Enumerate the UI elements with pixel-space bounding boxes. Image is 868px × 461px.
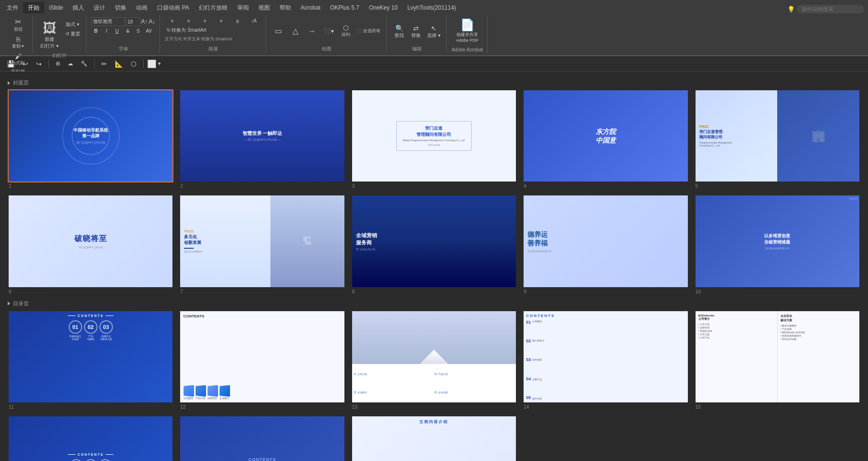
slide-thumb-5[interactable]: PMZD 旁门左道管理顾问有限公司 Pangmenzuodao Manageme… [695,89,860,182]
slide-item-12[interactable]: CONTENTS 公司概况 产品介绍 [179,310,345,410]
tab-pa[interactable]: 口袋动画 PA [152,2,194,13]
slide-thumb-6[interactable]: 破晓将至 旁门左道PPT公司介绍 [8,194,173,288]
copy-button[interactable]: ⎘ 复制 ▾ [10,35,26,50]
tab-transition[interactable]: 切换 [110,2,131,13]
slide-thumb-8[interactable]: 全域营销服务商 旁门左道公司介绍 [351,194,517,288]
smartart-button[interactable]: ↻ 转换为 SmartArt [165,26,208,35]
tab-animation[interactable]: 动画 [131,2,152,13]
select-all-button[interactable]: ⬛ 全选所有 [355,27,383,35]
slide-thumb-13[interactable]: ⊙ 公司介绍 ⊙ 产品介绍 ⊙ 企业能力 ⊙ 企业业绩 [351,310,517,403]
cut-button[interactable]: ✂ 剪切 [10,16,26,34]
replace-button[interactable]: ⇄ 替换 [408,24,424,40]
slide-item-18[interactable]: 文档内容介绍 18 [351,415,517,461]
new-slide-button[interactable]: 🖼 新建 幻灯片 ▾ [37,18,61,51]
tab-acrobat[interactable]: Acrobat [296,2,325,13]
font-family-input[interactable] [91,17,125,26]
align-right-button[interactable]: ≡ [197,17,213,24]
slide-item-7[interactable]: PMZD 多元化创新发展 DEVELOPMENT 🏗 7 [179,194,345,294]
shape-arrow[interactable]: → [305,26,320,36]
shadow-button[interactable]: S [134,27,143,35]
slide-thumb-11[interactable]: CONTENTS 01 学校的成立与发展 02 产品与服务 [8,310,173,403]
justify-button[interactable]: ≡ [214,17,229,24]
align-left-button[interactable]: ≡ [165,17,180,24]
tab-view[interactable]: 视图 [254,2,275,13]
select-button[interactable]: ↖ 选择 ▾ [425,24,442,40]
column-button[interactable]: ⫼ [230,17,245,24]
slide-thumb-3[interactable]: 旁门左道管理顾问有限公司 Beijing Pangmenzuodao Manag… [351,89,517,182]
slide-item-15[interactable]: BitDefender公司简介 • 公司介绍 • 品牌管理 • 营销及业绩 • … [695,310,860,410]
tab-insert[interactable]: 插入 [68,2,89,13]
slide-number-8: 8 [351,289,517,294]
slide-thumb-7[interactable]: PMZD 多元化创新发展 DEVELOPMENT 🏗 [179,194,345,288]
slide-number-12: 12 [179,404,345,410]
search-input[interactable] [797,5,864,13]
slide-item-16[interactable]: CONTENTS 01 02 03 16 [8,415,173,461]
italic-button[interactable]: I [102,27,111,35]
slide-item-17[interactable]: CONTENTS 17 [179,415,345,461]
font-size-input[interactable] [126,17,140,26]
layout-button[interactable]: 版式 ▾ [63,20,82,29]
redo-button[interactable]: ↪ [33,59,45,69]
undo-button[interactable]: ↩ [20,59,31,69]
toolbar-extra3[interactable]: 🔧 [78,60,90,68]
slide-thumb-2[interactable]: 智慧世界 一触即达 — 旁门左道PPT公司介绍 — [179,89,345,182]
slide-thumb-16[interactable]: CONTENTS 01 02 03 [8,415,173,461]
slide-item-8[interactable]: 全域营销服务商 旁门左道公司介绍 8 [351,194,517,294]
ribbon: 文件 开始 iSlide 插入 设计 切换 动画 口袋动画 PA 幻灯片放映 审… [0,0,868,56]
reset-button[interactable]: ↺ 重置 [63,30,82,38]
slide-thumb-4[interactable]: 东方院中国意 [523,89,688,182]
toolbar-pencil[interactable]: ✏ [98,59,110,69]
slides-grid-cover: 中国移动导航系统第一品牌 旁门左道PPT公司介绍 1 智慧世界 一触即达 — 旁… [8,89,860,294]
toolbar-dropdown[interactable]: ▾ [158,61,161,67]
slide-thumb-18[interactable]: 文档内容介绍 [351,415,517,461]
tab-help[interactable]: 帮助 [275,2,296,13]
slide-thumb-9[interactable]: 德养运善养福 旁行教业发展有限公司 [523,194,688,288]
tab-review[interactable]: 审阅 [232,2,254,13]
slide-item-11[interactable]: CONTENTS 01 学校的成立与发展 02 产品与服务 [8,310,173,410]
tab-design[interactable]: 设计 [89,2,110,13]
toolbar-shapes[interactable]: ⬡ [128,59,139,69]
save-button[interactable]: 💾 [4,59,18,69]
bold-button[interactable]: B [91,27,101,35]
slide-item-9[interactable]: 德养运善养福 旁行教业发展有限公司 9 [523,194,688,294]
slide-item-1[interactable]: 中国移动导航系统第一品牌 旁门左道PPT公司介绍 1 [8,89,173,189]
align-center-button[interactable]: ≡ [181,17,196,24]
tab-lvyh[interactable]: LvyhTools(201114) [403,2,461,13]
shape-rect[interactable]: ▭ [271,25,286,36]
tab-file[interactable]: 文件 [2,2,23,13]
find-button[interactable]: 🔍 查找 [391,24,407,40]
tab-islide[interactable]: iSlide [44,2,68,13]
tab-slideshow[interactable]: 幻灯片放映 [194,2,232,13]
toolbar-ruler[interactable]: 📐 [112,59,126,69]
slide-item-4[interactable]: 东方院中国意 4 [523,89,688,189]
slide-thumb-1[interactable]: 中国移动导航系统第一品牌 旁门左道PPT公司介绍 [8,89,173,182]
tab-onekey[interactable]: OneKey 10 [364,2,403,13]
strikethrough-button[interactable]: S̶ [123,27,133,35]
arrange-button[interactable]: ⬡ 排列 [338,23,354,39]
toolbar-extra2[interactable]: ☁ [65,60,76,68]
tab-home[interactable]: 开始 [23,2,44,13]
slide-item-3[interactable]: 旁门左道管理顾问有限公司 Beijing Pangmenzuodao Manag… [351,89,517,189]
shape-triangle[interactable]: △ [288,25,303,36]
underline-button[interactable]: U [112,27,122,35]
font-size-down[interactable]: A↓ [149,18,156,25]
color-picker[interactable] [147,60,156,68]
slide-item-6[interactable]: 破晓将至 旁门左道PPT公司介绍 6 [8,194,173,294]
slide-item-14[interactable]: CONTENTS 01 02 03 04 05 公司概况 核 [523,310,688,410]
tab-okplus[interactable]: OKPlus 5.7 [325,2,364,13]
slide-item-2[interactable]: 智慧世界 一触即达 — 旁门左道PPT公司介绍 — 2 [179,89,345,189]
shape-more[interactable]: ⬛▾ [321,27,337,36]
slide-thumb-10[interactable]: PMZD 以多维度创意击破营销难题 旁行教业发展有限公司 [695,194,860,288]
text-direction-button[interactable]: ↕A [246,17,262,24]
slide-thumb-14[interactable]: CONTENTS 01 02 03 04 05 公司概况 核 [523,310,688,403]
slide-item-5[interactable]: PMZD 旁门左道管理顾问有限公司 Pangmenzuodao Manageme… [695,89,860,189]
slide-thumb-17[interactable]: CONTENTS [179,415,345,461]
slide-item-10[interactable]: PMZD 以多维度创意击破营销难题 旁行教业发展有限公司 10 [695,194,860,294]
slide-item-13[interactable]: ⊙ 公司介绍 ⊙ 产品介绍 ⊙ 企业能力 ⊙ 企业业绩 [351,310,517,410]
spacing-button[interactable]: AV [144,27,154,35]
slide-thumb-12[interactable]: CONTENTS 公司概况 产品介绍 [179,310,345,403]
slide-thumb-15[interactable]: BitDefender公司简介 • 公司介绍 • 品牌管理 • 营销及业绩 • … [695,310,860,403]
toolbar-extra[interactable]: ⊞ [53,60,63,68]
font-size-up[interactable]: A↑ [141,18,148,25]
adobe-pdf-button[interactable]: 📄 创建并共享Adobe PDF [453,16,481,45]
